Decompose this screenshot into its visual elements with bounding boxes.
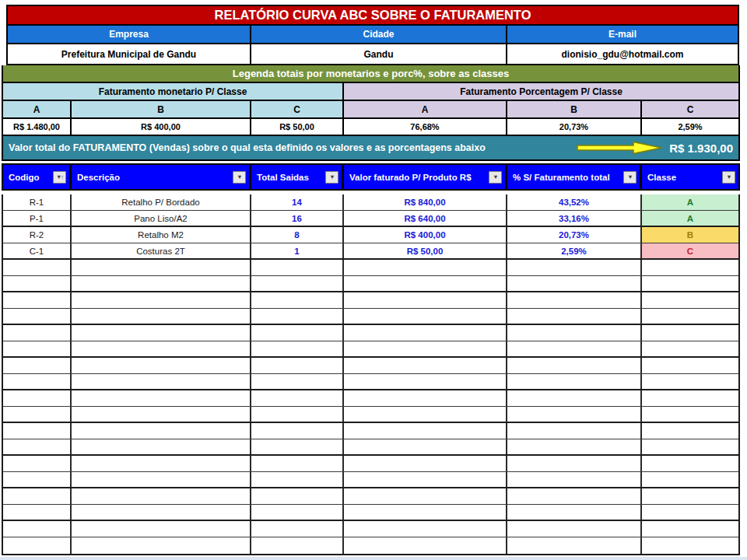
cell-valor[interactable] <box>344 521 507 537</box>
filter-button[interactable]: ▼ <box>233 171 246 184</box>
cell-valor[interactable] <box>344 390 507 406</box>
cell-descricao[interactable] <box>72 423 251 439</box>
cell-classe[interactable] <box>642 472 738 487</box>
cell-classe[interactable] <box>642 341 738 356</box>
info-header-email[interactable]: E-mail <box>507 26 738 43</box>
cell-descricao[interactable] <box>72 505 251 520</box>
cell-percent[interactable] <box>507 341 642 356</box>
cell-codigo[interactable] <box>3 521 72 537</box>
column-header-valor-faturado[interactable]: Valor faturado P/ Produto R$ ▼ <box>344 165 507 189</box>
cell-classe[interactable] <box>642 537 738 554</box>
cell-valor[interactable] <box>344 276 507 291</box>
monetario-a-value[interactable]: R$ 1.480,00 <box>3 119 72 135</box>
cell-codigo[interactable] <box>3 276 72 291</box>
cell-valor[interactable]: R$ 50,00 <box>344 243 507 258</box>
cell-saidas[interactable] <box>251 472 344 487</box>
column-header-classe[interactable]: Classe ▼ <box>642 165 738 189</box>
cell-codigo[interactable] <box>3 488 72 504</box>
cell-codigo[interactable] <box>3 456 72 471</box>
cell-descricao[interactable] <box>72 521 251 537</box>
cell-descricao[interactable] <box>72 341 251 356</box>
cell-percent[interactable]: 20,73% <box>507 227 642 243</box>
cell-valor[interactable]: R$ 640,00 <box>344 211 507 226</box>
cell-valor[interactable] <box>344 537 507 554</box>
cell-descricao[interactable] <box>72 537 251 554</box>
cell-percent[interactable] <box>507 309 642 324</box>
cell-valor[interactable] <box>344 358 507 373</box>
cell-classe[interactable]: A <box>642 211 738 226</box>
cell-valor[interactable] <box>344 439 507 454</box>
cell-valor[interactable] <box>344 325 507 341</box>
cell-classe[interactable] <box>642 260 738 275</box>
cell-descricao[interactable] <box>72 260 251 275</box>
cell-descricao[interactable] <box>72 407 251 422</box>
cell-codigo[interactable] <box>3 407 72 422</box>
info-header-empresa[interactable]: Empresa <box>8 26 251 43</box>
cell-valor[interactable] <box>344 488 507 504</box>
cell-valor[interactable] <box>344 341 507 356</box>
cell-descricao[interactable] <box>72 358 251 373</box>
cell-percent[interactable] <box>507 521 642 537</box>
filter-button[interactable]: ▼ <box>623 171 637 184</box>
cell-classe[interactable] <box>642 309 738 324</box>
cell-descricao[interactable]: Retalho P/ Bordado <box>72 194 251 210</box>
cell-classe[interactable] <box>642 358 738 373</box>
cell-codigo[interactable] <box>3 325 72 341</box>
porcentagem-c-value[interactable]: 2,59% <box>642 119 738 135</box>
cell-classe[interactable] <box>642 488 738 504</box>
cell-valor[interactable] <box>344 505 507 520</box>
cell-saidas[interactable] <box>251 537 344 554</box>
info-header-cidade[interactable]: Cidade <box>251 26 507 43</box>
cell-percent[interactable]: 43,52% <box>507 194 642 210</box>
cell-saidas[interactable] <box>251 456 344 471</box>
cell-codigo[interactable]: P-1 <box>3 211 72 226</box>
empresa-value[interactable]: Prefeitura Municipal de Gandu <box>8 44 251 64</box>
cell-codigo[interactable] <box>3 537 72 554</box>
cell-saidas[interactable] <box>251 260 344 275</box>
cell-saidas[interactable] <box>251 358 344 373</box>
cell-codigo[interactable] <box>3 341 72 356</box>
cell-percent[interactable] <box>507 358 642 373</box>
column-header-percent-faturamento[interactable]: % S/ Faturamento total ▼ <box>507 165 642 189</box>
cell-saidas[interactable]: 1 <box>251 243 344 258</box>
cell-saidas[interactable] <box>251 423 344 439</box>
cell-valor[interactable] <box>344 472 507 487</box>
cell-codigo[interactable] <box>3 505 72 520</box>
cell-descricao[interactable]: Costuras 2T <box>72 243 251 258</box>
cell-classe[interactable]: C <box>642 243 738 258</box>
cell-descricao[interactable] <box>72 292 251 308</box>
cell-saidas[interactable] <box>251 374 344 389</box>
cell-codigo[interactable] <box>3 423 72 439</box>
cell-descricao[interactable] <box>72 488 251 504</box>
cell-classe[interactable] <box>642 390 738 406</box>
cell-percent[interactable] <box>507 423 642 439</box>
cell-saidas[interactable] <box>251 341 344 356</box>
cell-saidas[interactable] <box>251 309 344 324</box>
cell-saidas[interactable] <box>251 521 344 537</box>
cell-saidas[interactable] <box>251 505 344 520</box>
cell-descricao[interactable]: Retalho M2 <box>72 227 251 243</box>
cell-codigo[interactable]: R-1 <box>3 194 72 210</box>
cell-valor[interactable]: R$ 400,00 <box>344 227 507 243</box>
cell-valor[interactable]: R$ 840,00 <box>344 194 507 210</box>
cell-percent[interactable] <box>507 439 642 454</box>
cell-valor[interactable] <box>344 407 507 422</box>
cell-codigo[interactable] <box>3 292 72 308</box>
filter-button[interactable]: ▼↑ <box>53 171 66 184</box>
cell-percent[interactable] <box>507 374 642 389</box>
cell-classe[interactable] <box>642 505 738 520</box>
cell-classe[interactable] <box>642 439 738 454</box>
column-header-codigo[interactable]: Codigo ▼↑ <box>3 165 72 189</box>
cell-percent[interactable]: 33,16% <box>507 211 642 226</box>
cell-percent[interactable] <box>507 407 642 422</box>
cell-percent[interactable] <box>507 472 642 487</box>
cidade-value[interactable]: Gandu <box>251 44 507 64</box>
cell-saidas[interactable] <box>251 325 344 341</box>
cell-valor[interactable] <box>344 374 507 389</box>
cell-percent[interactable] <box>507 260 642 275</box>
cell-percent[interactable] <box>507 488 642 504</box>
cell-saidas[interactable] <box>251 276 344 291</box>
cell-classe[interactable] <box>642 456 738 471</box>
cell-codigo[interactable] <box>3 260 72 275</box>
cell-valor[interactable] <box>344 309 507 324</box>
